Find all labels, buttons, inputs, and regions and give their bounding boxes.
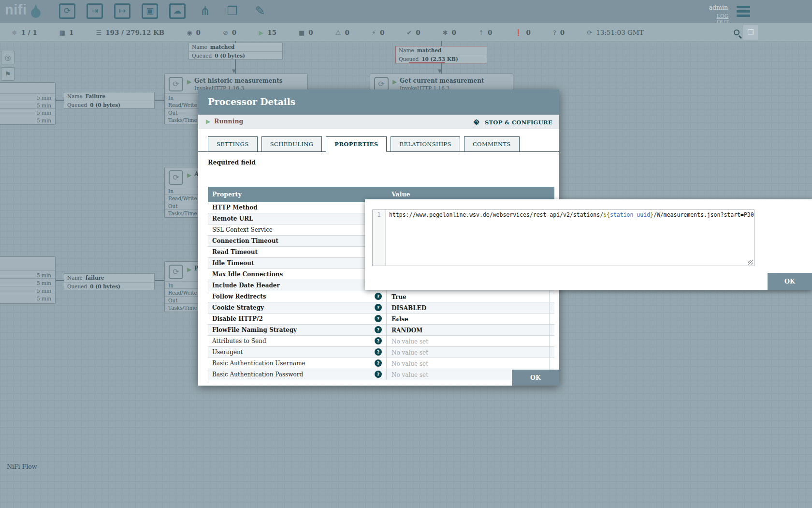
status-running: ▶15 [259,29,276,36]
process-group-icon[interactable]: ▣ [142,3,158,19]
connection-label[interactable]: NameFailure Queued0 (0 bytes) [64,92,155,109]
value-editor[interactable]: 1 https://www.pegelonline.wsv.de/webserv… [372,209,754,266]
label-icon[interactable]: ✎ [252,3,268,19]
ok-button[interactable]: OK [512,370,559,386]
connection-queued-key: Queued [192,53,212,59]
threads-icon: ▦ [59,29,65,36]
stat-window: 5 min [37,272,51,278]
property-name: SSL Context Service [212,224,273,235]
target-icon: ◎ [5,54,11,61]
help-icon[interactable]: ? [375,348,382,356]
up-to-date-icon: ✔ [406,29,412,36]
status-locally-modified: ✱0 [443,29,456,36]
property-name: FlowFile Naming Strategy [212,325,297,335]
stop-configure-icon: ⚙ [473,118,479,127]
property-value[interactable]: No value set [387,347,550,358]
tab-settings[interactable]: SETTINGS [208,136,258,152]
status-transmitting: ◉0 [187,29,201,36]
help-icon[interactable]: ? [375,359,382,367]
help-icon[interactable]: ? [375,304,382,311]
running-icon: ▶ [392,78,397,85]
property-name: Connection Timeout [212,236,278,246]
property-name: Follow Redirects [212,291,266,302]
processor-icon[interactable]: ⟳ [59,3,75,19]
global-menu-icon[interactable] [737,6,750,17]
status-last-refresh: ⟳13:51:03 GMT [587,29,643,36]
not-transmitting-icon: ⊘ [223,29,228,36]
stat-label: Tasks/Time [168,117,197,123]
status-active-threads: ▦1 [59,29,74,36]
help-icon[interactable]: ? [375,337,382,344]
property-name: Cookie Strategy [212,302,264,313]
navigate-tile-icon[interactable]: ◎ [1,51,14,64]
help-icon[interactable]: ? [375,326,382,333]
tab-properties[interactable]: PROPERTIES [326,136,387,152]
stale-icon: ↑ [478,29,484,36]
nifi-app: ▼ ▼ ◀ ◀ ◎ ⚑ 5 min 5 min 5 min 5 min 5 mi… [0,0,812,508]
editor-ok-button[interactable]: OK [768,273,812,290]
connection-name: failure [86,275,104,281]
processor-clipped[interactable]: 5 min 5 min 5 min 5 min [0,256,56,304]
expression-close: } [650,211,653,218]
refresh-icon[interactable]: ⟳ [587,29,592,36]
processor-clipped[interactable]: 5 min 5 min 5 min 5 min [0,82,56,125]
connection-label[interactable]: Namefailure Queued0 (0 bytes) [64,273,155,290]
table-row: Useragent?No value set [208,347,554,358]
remote-process-group-icon[interactable]: ☁ [169,3,186,19]
connection-name-key: Name [67,93,83,99]
property-value[interactable]: True [387,291,550,302]
connection-name: Failure [86,93,106,99]
template-icon[interactable]: ❐ [224,3,241,19]
tab-comments[interactable]: COMMENTS [464,136,520,152]
stat-window: 5 min [37,280,51,286]
line-number: 1 [377,211,381,218]
search-icon[interactable] [734,30,740,35]
property-value[interactable]: RANDOM [387,325,550,335]
connection-name-key: Name [192,44,207,50]
running-icon: ▶ [187,172,191,179]
input-port-icon[interactable]: ⇥ [87,3,103,19]
table-row: Basic Authentication Password?No value s… [208,369,554,380]
tab-relationships[interactable]: RELATIONSHIPS [391,136,460,152]
help-icon[interactable]: ? [375,293,382,300]
table-row: Disable HTTP/2?False [208,314,554,325]
breadcrumb[interactable]: NiFi Flow [7,463,37,470]
connection-name-key: Name [399,47,414,53]
column-property: Property [212,187,242,202]
table-row: Cookie Strategy?DISABLED [208,302,554,314]
tab-scheduling[interactable]: SCHEDULING [261,136,322,152]
property-name: Max Idle Connections [212,269,283,280]
operate-tile-icon[interactable]: ⚑ [1,67,14,81]
connection-name: matched [417,47,442,53]
running-icon: ▶ [187,78,191,85]
panel-toggle-icon[interactable]: ❐ [743,25,758,40]
expression-variable: station_uuid [610,211,650,218]
stat-window: 5 min [37,103,51,108]
stop-and-configure-button[interactable]: ⚙ STOP & CONFIGURE [473,117,552,127]
resize-handle-icon[interactable] [748,260,753,265]
sync-failure-icon: ? [553,29,556,36]
funnel-icon[interactable]: ⋔ [197,3,213,19]
stat-label: Read/Write [168,195,197,201]
property-value[interactable]: No value set [387,358,550,369]
property-value[interactable]: DISABLED [387,302,550,313]
help-icon[interactable]: ? [375,371,382,378]
connection-label[interactable]: Namematched Queued0 (0 bytes) [188,43,283,60]
stat-window: 5 min [37,95,51,101]
required-field-note: Required field [208,159,256,166]
status-locally-modified-stale: ❗0 [514,29,531,36]
disabled-icon: ⚡ [372,29,376,36]
property-value[interactable]: False [387,314,550,324]
property-name: Disable HTTP/2 [212,314,263,324]
locally-modified-stale-icon: ❗ [514,29,522,36]
property-name: Useragent [212,347,243,358]
table-row: Follow Redirects?True [208,291,554,302]
property-name: Include Date Header [212,280,280,291]
property-value[interactable]: No value set [387,336,550,346]
status-stale: ↑0 [478,29,492,36]
connection-label-alert[interactable]: Namematched Queued10 (2.53 KB) [395,46,487,63]
value-editor-text[interactable]: https://www.pegelonline.wsv.de/webservic… [386,210,754,266]
help-icon[interactable]: ? [375,315,382,322]
output-port-icon[interactable]: ↦ [114,3,130,19]
property-name: Remote URL [212,213,253,224]
